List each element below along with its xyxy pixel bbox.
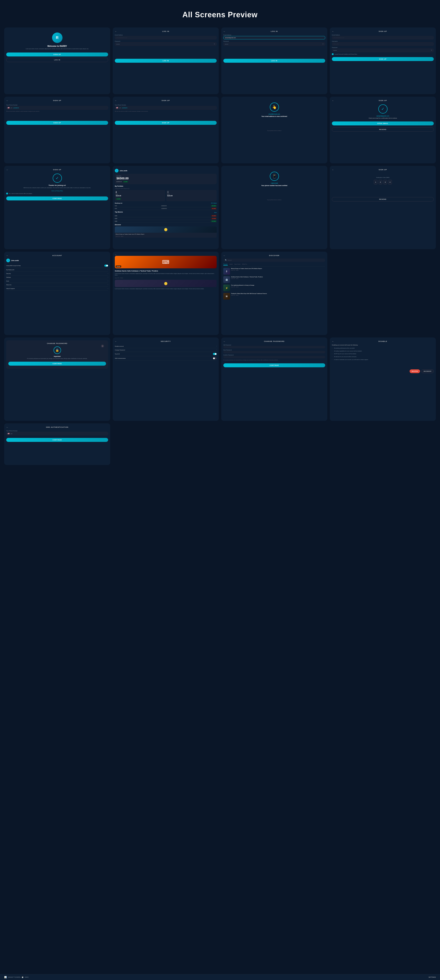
continue-btn[interactable]: CONTINUE [6, 196, 108, 200]
tab-popular[interactable]: Popular [223, 264, 228, 266]
news-item-4: 🏛 Thailand's Oldest Bank Says DeFi Will … [223, 293, 325, 299]
mover-item: RAR +45.36% [115, 220, 217, 223]
back-arrow-icon[interactable]: ← [332, 340, 334, 342]
email-input[interactable]: sample@gmail.com [223, 36, 325, 40]
eye-icon[interactable]: 👁 [431, 49, 432, 51]
btc-card: ₿ BTC $123.00 +1.13% [115, 190, 165, 201]
negative-btn[interactable]: NEGATIVE [410, 369, 420, 373]
login-button[interactable]: LOG IN [6, 58, 108, 62]
screen-news-detail: ← ⌨ Popular Goldman Sachs Calls Coinbase… [113, 252, 219, 335]
screen-otp: ← SIGN UP Verification Code (SMS) 1 2 3 … [330, 166, 436, 249]
back-arrow-icon[interactable]: ← [6, 99, 8, 102]
confirm-password-input[interactable] [223, 356, 325, 358]
account-item-about[interactable]: About Us › [6, 283, 108, 287]
back-arrow-icon[interactable]: ← [6, 255, 8, 257]
user-row: 👤 John.smith [115, 169, 217, 172]
news-item-2: 🏦 Goldman Sachs Calls Coinbase a 'Tactic… [223, 276, 325, 283]
save-icon[interactable]: 💾 [22, 977, 24, 978]
password-input[interactable]: •••••••• 👁 [115, 42, 217, 46]
news-secondary-image: 🪙 [115, 280, 217, 287]
screen-signup-1: ← SIGN UP Email Address sample@gmail.com… [330, 27, 436, 94]
portfolio-row: ₿ BTC $123.00 +1.13% Ξ ETH $123.00 [115, 190, 217, 201]
tab-what-to[interactable]: What To... [242, 264, 248, 266]
touch-icon: 👆 [270, 102, 279, 112]
login-btn[interactable]: LOG IN [223, 59, 325, 63]
screen-sms-auth: ← SMS AUTHENTICATION Your Phone Number 🇺… [4, 423, 110, 465]
account-item-security[interactable]: Security › [6, 272, 108, 275]
resend-btn[interactable]: RESEND [332, 197, 434, 202]
back-arrow-icon[interactable]: ← [115, 253, 117, 256]
signup-btn[interactable]: SIGN UP [332, 57, 434, 61]
signup-button[interactable]: SIGN UP [6, 52, 108, 56]
account-item-help[interactable]: Help & Support › [6, 287, 108, 290]
terms-checkbox[interactable] [332, 53, 334, 55]
save-label: SAVE [25, 977, 29, 978]
mover-item: RAR -24.43% [115, 217, 217, 220]
back-arrow-icon[interactable]: ← [223, 340, 226, 342]
secondary-btn[interactable]: SECONDARY [421, 369, 434, 373]
sms-toggle[interactable] [213, 357, 217, 360]
modal-close-btn[interactable]: ✕ [101, 345, 104, 347]
avatar: 👤 [6, 259, 10, 262]
avatar: 👤 [115, 169, 119, 172]
chevron-right-icon: › [216, 345, 217, 347]
security-item-disable[interactable]: Disable account › [115, 344, 217, 348]
disable-list: All pending withdrawals will be cancelle… [332, 347, 434, 361]
back-arrow-icon[interactable]: ← [223, 30, 226, 32]
back-arrow-icon[interactable]: ← [332, 99, 334, 102]
news-thumb-1: ₿ [223, 268, 230, 275]
eye-icon[interactable]: 👁 [214, 43, 215, 45]
continue-btn[interactable]: CONTINUE [223, 363, 325, 367]
app-logo: R [52, 32, 62, 43]
phone-input[interactable]: 🇺🇸 +44 12345678 [115, 106, 217, 110]
check-icon: ✓ [53, 173, 62, 183]
back-arrow-icon[interactable]: ← [332, 30, 334, 32]
otp-digit-4[interactable]: 4 [388, 180, 392, 185]
password-input[interactable]: •••••••• 👁 [223, 42, 325, 46]
security-item-password[interactable]: Change Password › [115, 348, 217, 352]
back-arrow-icon[interactable]: ← [115, 99, 117, 102]
eye-icon[interactable]: 👁 [322, 43, 324, 45]
account-item-settings[interactable]: Settings › [6, 275, 108, 279]
welcome-title: Welcome to RARRY [6, 45, 108, 47]
password-input[interactable]: •••••••• 👁 [332, 49, 434, 52]
back-arrow-icon[interactable]: ← [6, 426, 8, 428]
discover-tabs: Popular Latest New Coins What To... [223, 264, 325, 267]
otp-digit-3[interactable]: 3 [383, 180, 387, 185]
otp-digit-1[interactable]: 1 [374, 180, 378, 185]
resend-btn[interactable]: RESEND [332, 127, 434, 132]
touch-id-toggle[interactable] [213, 353, 217, 355]
search-bar[interactable]: 🔍 Search [223, 259, 325, 262]
continue-btn[interactable]: CONTINUE [8, 362, 106, 366]
open-email-btn[interactable]: OPEN EMAIL [332, 121, 434, 126]
login-btn[interactable]: LOG IN [115, 59, 217, 63]
back-arrow-icon[interactable]: ← [6, 169, 8, 171]
back-arrow-icon[interactable]: ← [115, 340, 117, 342]
settings-label[interactable]: SETTINGS [429, 977, 436, 978]
back-arrow-icon[interactable]: ← [332, 169, 334, 171]
otp-digit-2[interactable]: 2 [378, 180, 382, 185]
account-item-referral[interactable]: My Referral ID › [6, 268, 108, 272]
username-input[interactable]: John_doe [332, 42, 434, 46]
security-item-sms: SMS Authentication [115, 356, 217, 361]
offer-checkbox[interactable] [6, 193, 8, 194]
signup-btn[interactable]: SIGN UP [6, 121, 108, 125]
tab-new-coins[interactable]: New Coins [234, 264, 240, 266]
check-icon: ✓ [378, 104, 388, 113]
back-arrow-icon[interactable]: ← [115, 30, 117, 32]
account-item-scan[interactable]: Scan › [6, 279, 108, 283]
continue-btn[interactable]: CONTINUE [6, 438, 108, 442]
email-input[interactable]: sample@gmail.com [115, 36, 217, 40]
balance-card: BALANCE $6500.00 $2456.00 +1.19% [115, 174, 217, 184]
back-arrow-icon[interactable]: ← [223, 255, 226, 257]
new-password-input[interactable] [223, 351, 325, 353]
signup-btn[interactable]: SIGN UP [115, 121, 217, 125]
phone-input[interactable]: 🇺🇸 +44 12345678 [6, 106, 108, 110]
ranking-item: RAR 0.00004470 +55.49% [115, 205, 217, 207]
old-password-input[interactable] [223, 346, 325, 348]
news-hero-image: ⌨ Popular [115, 256, 217, 268]
tab-latest[interactable]: Latest [229, 264, 233, 266]
rar-toggle[interactable] [104, 264, 108, 267]
phone-input[interactable]: 🇺🇸 +44 [6, 432, 108, 436]
email-input[interactable]: sample@gmail.com [332, 36, 434, 40]
